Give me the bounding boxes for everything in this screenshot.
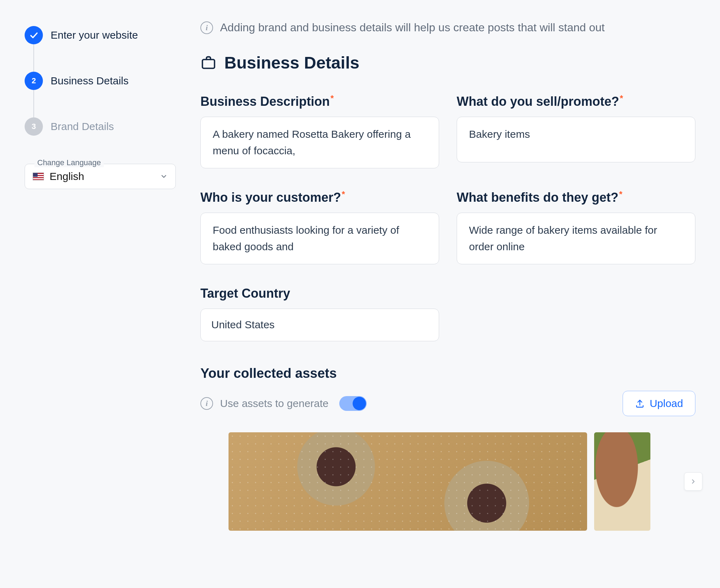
step-number-icon: 3 <box>25 117 43 136</box>
info-banner: i Adding brand and business details will… <box>200 21 695 34</box>
step-business-details[interactable]: 2 Business Details <box>25 72 176 90</box>
main-content: i Adding brand and business details will… <box>200 21 706 531</box>
use-assets-toggle[interactable] <box>339 396 367 411</box>
field-label: What benefits do they get?* <box>457 189 695 205</box>
chevron-down-icon <box>160 173 168 180</box>
info-icon: i <box>200 397 213 410</box>
section-header: Business Details <box>200 53 695 72</box>
field-sell-promote: What do you sell/promote?* Bakery items <box>457 93 695 168</box>
step-enter-website[interactable]: Enter your website <box>25 26 176 44</box>
field-customer: Who is your customer?* Food enthusiasts … <box>200 189 439 264</box>
assets-carousel <box>200 432 695 531</box>
benefits-input[interactable]: Wide range of bakery items available for… <box>457 213 695 264</box>
field-label: What do you sell/promote?* <box>457 93 695 109</box>
field-target-country: Target Country United States <box>200 286 439 341</box>
field-label: Target Country <box>200 286 439 301</box>
page-title: Business Details <box>224 53 359 72</box>
step-label: Business Details <box>51 75 129 87</box>
flag-us-icon <box>33 173 44 180</box>
business-description-input[interactable]: A bakery named Rosetta Bakery offering a… <box>200 117 439 168</box>
upload-label: Upload <box>650 398 683 409</box>
target-country-input[interactable]: United States <box>200 309 439 341</box>
assets-section: Your collected assets i Use assets to ge… <box>200 366 695 531</box>
language-value: English <box>50 170 154 182</box>
info-text: Adding brand and business details will h… <box>220 21 605 34</box>
assets-title: Your collected assets <box>200 366 695 381</box>
language-dropdown[interactable]: English <box>25 164 176 189</box>
language-selector: Change Language English <box>25 164 176 189</box>
assets-toggle-label: Use assets to generate <box>220 398 329 409</box>
asset-thumbnail[interactable] <box>594 432 650 531</box>
customer-input[interactable]: Food enthusiasts looking for a variety o… <box>200 213 439 264</box>
chevron-right-icon <box>690 478 697 485</box>
sell-promote-input[interactable]: Bakery items <box>457 117 695 162</box>
step-connector <box>33 90 34 117</box>
onboarding-stepper: Enter your website 2 Business Details 3 … <box>25 21 176 531</box>
field-label: Who is your customer?* <box>200 189 439 205</box>
step-number-icon: 2 <box>25 72 43 90</box>
briefcase-icon <box>200 55 217 71</box>
step-brand-details[interactable]: 3 Brand Details <box>25 117 176 136</box>
step-label: Brand Details <box>51 121 114 133</box>
info-icon: i <box>200 21 213 34</box>
svg-rect-0 <box>202 59 215 68</box>
language-legend: Change Language <box>34 158 104 167</box>
carousel-next-button[interactable] <box>684 472 702 491</box>
asset-thumbnail[interactable] <box>229 432 587 531</box>
field-business-description: Business Description* A bakery named Ros… <box>200 93 439 168</box>
step-connector <box>33 44 34 72</box>
upload-button[interactable]: Upload <box>623 391 695 416</box>
field-label: Business Description* <box>200 93 439 109</box>
toggle-knob <box>353 397 366 410</box>
check-icon <box>25 26 43 44</box>
step-label: Enter your website <box>51 29 138 41</box>
field-benefits: What benefits do they get?* Wide range o… <box>457 189 695 264</box>
upload-icon <box>635 399 645 408</box>
